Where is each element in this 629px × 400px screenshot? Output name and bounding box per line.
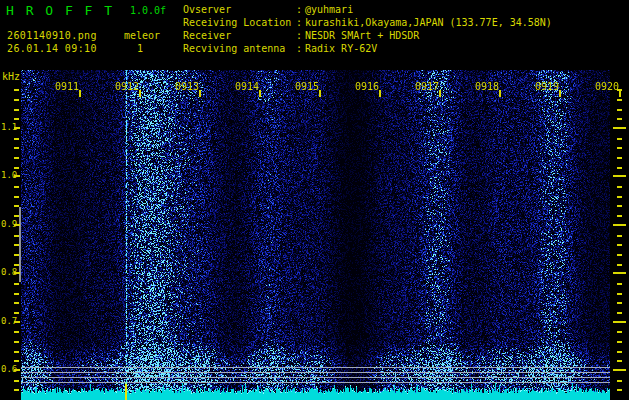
y-minor-tick-right [617,99,622,101]
y-minor-tick-left [14,283,19,285]
x-tick-label: 0914 [235,81,259,92]
y-minor-tick-right [617,293,622,295]
info-label: Recviving antenna [183,43,296,54]
x-tick-label: 0918 [475,81,499,92]
y-minor-tick-left [14,99,19,101]
x-tick-label: 0919 [535,81,559,92]
y-minor-tick-left [14,215,19,217]
x-tick-label: 0912 [115,81,139,92]
info-row-antenna: Recviving antenna : Radix RY-62V [183,43,377,54]
info-separator: : [296,30,305,41]
y-minor-tick-right [617,380,622,382]
info-label: Receiving Location [183,17,296,28]
y-minor-tick-right [617,351,622,353]
y-minor-tick-left [14,138,19,140]
y-minor-tick-right [617,138,622,140]
y-minor-tick-left [14,196,19,198]
y-minor-tick-left [14,89,19,91]
info-row-location: Receiving Location : kurashiki,Okayama,J… [183,17,552,28]
x-tick-mark [559,90,561,97]
y-minor-tick-right [617,244,622,246]
y-minor-tick-left [14,360,19,362]
y-major-tick-right [613,272,626,274]
y-minor-tick-left [14,341,19,343]
x-tick-mark [79,90,81,97]
x-tick-mark [259,90,261,97]
y-minor-tick-right [617,157,622,159]
y-minor-tick-right [617,341,622,343]
app-version: 1.0.0f [130,5,166,16]
y-minor-tick-right [617,312,622,314]
output-filename: 2601140910.png [7,30,97,41]
y-minor-tick-right [617,147,622,149]
x-tick-mark [199,90,201,97]
x-tick-mark [139,90,141,97]
info-value: Radix RY-62V [305,43,377,54]
y-minor-tick-left [14,293,19,295]
y-minor-tick-right [617,215,622,217]
y-major-tick-left [14,127,20,129]
y-minor-tick-left [14,147,19,149]
y-minor-tick-right [617,89,622,91]
y-minor-tick-right [617,283,622,285]
x-tick-label: 0916 [355,81,379,92]
y-major-tick-left [14,175,20,177]
info-value: NESDR SMArt + HDSDR [305,30,419,41]
y-minor-tick-left [14,186,19,188]
y-minor-tick-right [617,196,622,198]
y-minor-tick-left [14,244,19,246]
y-minor-tick-left [14,389,19,391]
y-major-tick-left [14,272,20,274]
y-minor-tick-left [14,205,19,207]
info-separator: : [296,17,305,28]
x-tick-mark [619,90,621,97]
app-title: H R O F F T [6,3,114,18]
y-major-tick-right [613,127,626,129]
y-minor-tick-right [617,167,622,169]
y-minor-tick-left [14,118,19,120]
y-minor-tick-left [14,109,19,111]
y-minor-tick-right [617,118,622,120]
info-label: Ovserver [183,4,296,15]
info-row-observer: Ovserver : @yuhmari [183,4,353,15]
x-tick-label: 0915 [295,81,319,92]
station-label: meleor [124,30,160,41]
y-minor-tick-right [617,264,622,266]
y-minor-tick-left [14,302,19,304]
x-tick-label: 0920 [595,81,619,92]
y-minor-tick-left [14,235,19,237]
info-label: Receiver [183,30,296,41]
x-tick-label: 0913 [175,81,199,92]
y-minor-tick-left [14,157,19,159]
y-major-tick-right [613,369,626,371]
y-major-tick-right [613,175,626,177]
y-minor-tick-left [14,331,19,333]
y-minor-tick-right [617,235,622,237]
y-major-tick-left [14,369,20,371]
x-tick-mark [379,90,381,97]
x-tick-label: 0917 [415,81,439,92]
y-minor-tick-right [617,331,622,333]
y-major-tick-left [14,321,20,323]
y-minor-tick-left [14,380,19,382]
y-minor-tick-left [14,264,19,266]
station-channel: 1 [137,43,143,54]
info-row-receiver: Receiver : NESDR SMArt + HDSDR [183,30,419,41]
datetime-label: 26.01.14 09:10 [7,43,97,54]
info-separator: : [296,4,305,15]
y-minor-tick-right [617,254,622,256]
y-minor-tick-right [617,186,622,188]
y-minor-tick-right [617,360,622,362]
band-marker-bar [19,207,21,282]
x-tick-mark [499,90,501,97]
y-minor-tick-right [617,389,622,391]
y-minor-tick-left [14,351,19,353]
info-value: kurashiki,Okayama,JAPAN (133.77E, 34.58N… [305,17,552,28]
info-separator: : [296,43,305,54]
y-major-tick-right [613,224,626,226]
y-minor-tick-left [14,167,19,169]
hrofft-window: H R O F F T 1.0.0f 2601140910.png meleor… [0,0,629,400]
freq-unit-label: kHz [2,71,20,82]
y-minor-tick-right [617,109,622,111]
spectrogram-canvas [21,70,610,400]
